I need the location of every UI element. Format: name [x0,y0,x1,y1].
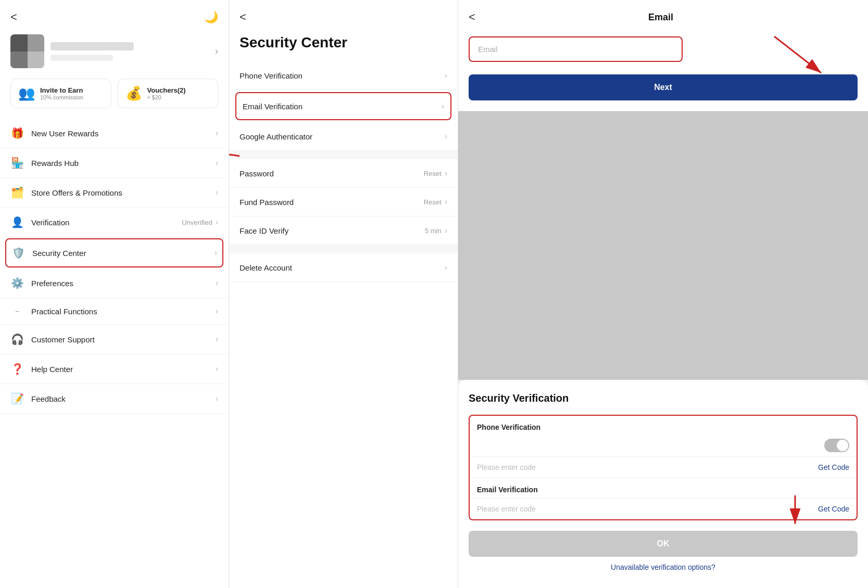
phone-toggle-row [470,434,857,452]
phone-verification-section-label: Phone Verification [477,423,849,431]
chevron-icon: › [445,226,447,235]
sidebar-item-verification[interactable]: 👤 Verification Unverified › [0,208,229,237]
profile-id-blur [51,55,113,61]
section-spacer [229,151,458,159]
security-item-face-id[interactable]: Face ID Verify 5 min › [229,216,458,245]
email-page-header: < Email [469,10,858,24]
chevron-icon: › [445,263,447,272]
sidebar-item-label: Feedback [31,394,216,403]
security-verification-modal: Security Verification Phone Verification… [458,380,868,588]
security-center-icon: 🛡️ [11,247,25,259]
security-item-phone[interactable]: Phone Verification › [229,61,458,90]
sidebar-item-feedback[interactable]: 📝 Feedback › [0,384,229,414]
chevron-icon: › [216,335,218,344]
profile-section[interactable]: › [0,29,229,79]
annotation-arrow-2 [759,31,842,83]
sidebar-item-store-offers[interactable]: 🗂️ Store Offers & Promotions › [0,178,229,208]
invite-sublabel: 10% commission [40,94,83,100]
unverified-badge: Unverified [182,219,212,226]
ok-button[interactable]: OK [469,531,858,557]
chevron-icon: › [216,218,218,227]
sidebar-item-preferences[interactable]: ⚙️ Preferences › [0,269,229,298]
profile-info [51,42,134,61]
invite-to-earn-card[interactable]: 👥 Invite to Earn 10% commission [10,79,111,108]
chevron-icon: › [445,71,447,80]
email-back-button[interactable]: < [469,10,475,24]
email-get-code-button[interactable]: Get Code [818,505,849,513]
phone-toggle[interactable] [824,439,849,452]
sidebar-item-new-user-rewards[interactable]: 🎁 New User Rewards › [0,119,229,148]
sidebar-item-practical-functions[interactable]: ··· Practical Functions › [0,298,229,325]
security-item-password[interactable]: Password Reset › [229,159,458,188]
phone-get-code-button[interactable]: Get Code [818,463,849,471]
face-id-label: Face ID Verify [240,226,425,235]
invite-label: Invite to Earn [40,86,83,94]
chevron-icon: › [215,248,217,258]
store-offers-icon: 🗂️ [10,186,24,199]
chevron-icon: › [216,278,218,288]
email-input[interactable]: Email [469,36,683,62]
sidebar-item-label: Rewards Hub [31,159,216,168]
sidebar-item-help-center[interactable]: ❓ Help Center › [0,354,229,384]
phone-code-row: Please enter code Get Code [470,456,857,478]
unavailable-verification-link[interactable]: Unavailable verification options? [469,563,858,576]
ok-button-container: OK [469,527,858,563]
sidebar-item-label: Customer Support [31,335,216,344]
voucher-icon: 💰 [125,85,142,101]
chevron-icon: › [445,132,447,141]
sidebar-item-label: Practical Functions [31,307,216,316]
right-panel: < Email Email Next Security Verification [458,0,868,588]
sidebar-item-label: Help Center [31,365,216,374]
preferences-icon: ⚙️ [10,277,24,289]
practical-functions-icon: ··· [10,308,24,315]
middle-back-button[interactable]: < [240,10,246,24]
email-input-group: Email [469,36,858,62]
google-auth-label: Google Authenticator [240,132,445,141]
voucher-sublabel: ≈ $20 [147,94,186,100]
left-panel: < 🌙 › 👥 Invite to Earn 10% commission [0,0,229,588]
profile-chevron-icon: › [215,46,218,57]
security-verification-title: Security Verification [469,392,858,404]
phone-code-input-placeholder[interactable]: Please enter code [477,463,818,471]
new-user-rewards-icon: 🎁 [10,127,24,139]
security-item-email[interactable]: Email Verification › [235,92,451,120]
security-item-fund-password[interactable]: Fund Password Reset › [229,188,458,216]
security-center-title: Security Center [229,34,458,61]
customer-support-icon: 🎧 [10,333,24,346]
fund-password-reset-badge: Reset [424,198,442,206]
middle-top-bar: < [229,10,458,34]
sidebar-item-label: Security Center [32,249,215,258]
voucher-label: Vouchers(2) [147,86,186,94]
left-back-button[interactable]: < [10,10,17,24]
avatar [10,34,44,68]
dark-mode-icon[interactable]: 🌙 [204,10,218,24]
chevron-icon: › [216,188,218,197]
chevron-icon: › [216,394,218,403]
profile-name-blur [51,42,134,50]
sidebar-item-rewards-hub[interactable]: 🏪 Rewards Hub › [0,148,229,178]
rewards-hub-icon: 🏪 [10,157,24,169]
help-center-icon: ❓ [10,363,24,375]
sidebar-item-label: Verification [31,218,182,227]
sidebar-item-security-center[interactable]: 🛡️ Security Center › [5,238,223,267]
password-reset-badge: Reset [424,170,442,177]
feedback-icon: 📝 [10,392,24,405]
sidebar-item-label: New User Rewards [31,129,216,138]
chevron-icon: › [216,129,218,138]
annotation-arrow-3 [764,490,816,532]
verification-icon: 👤 [10,216,24,228]
sidebar-item-label: Store Offers & Promotions [31,188,216,197]
fund-password-label: Fund Password [240,198,424,207]
left-top-bar: < 🌙 [0,10,229,29]
password-label: Password [240,169,424,178]
voucher-card[interactable]: 💰 Vouchers(2) ≈ $20 [118,79,219,108]
security-item-delete-account[interactable]: Delete Account › [229,253,458,282]
security-item-google-auth[interactable]: Google Authenticator › [229,122,458,151]
email-page-title: Email [481,12,841,23]
sidebar-item-customer-support[interactable]: 🎧 Customer Support › [0,325,229,354]
chevron-icon: › [445,197,447,207]
chevron-icon: › [442,101,444,111]
gray-overlay-area [458,111,868,380]
chevron-icon: › [445,169,447,178]
chevron-icon: › [216,364,218,374]
